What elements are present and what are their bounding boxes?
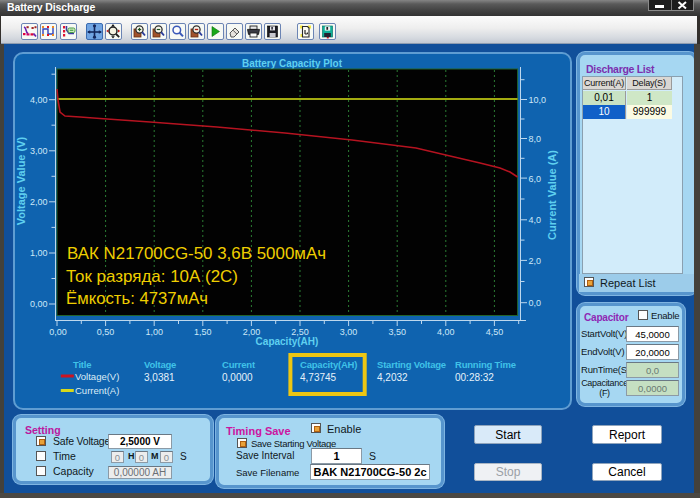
svg-text:4,2032: 4,2032	[377, 372, 408, 383]
svg-text:4,00: 4,00	[437, 327, 455, 337]
svg-text:0,0000: 0,0000	[222, 372, 253, 383]
svg-text:Battery Capacity Plot: Battery Capacity Plot	[242, 57, 342, 69]
svg-text:3,00: 3,00	[340, 327, 358, 337]
svg-text:0,00: 0,00	[49, 327, 67, 337]
svg-text:2,00: 2,00	[30, 197, 48, 207]
svg-text:Capacity(AH): Capacity(AH)	[256, 336, 319, 347]
svg-text:Current(A): Current(A)	[75, 385, 119, 396]
svg-text:Starting Voltage: Starting Voltage	[377, 359, 446, 370]
svg-text:8,0: 8,0	[529, 134, 542, 144]
svg-text:ВАК N21700CG-50 3,6В 5000мАч: ВАК N21700CG-50 3,6В 5000мАч	[67, 244, 326, 263]
svg-text:1,50: 1,50	[194, 327, 212, 337]
svg-text:Running Time: Running Time	[455, 359, 516, 370]
svg-text:4,00: 4,00	[30, 95, 48, 105]
svg-text:4,0: 4,0	[529, 215, 542, 225]
svg-text:6,0: 6,0	[529, 174, 542, 184]
svg-text:Current Value (A): Current Value (A)	[546, 150, 558, 240]
svg-text:0,0: 0,0	[529, 298, 542, 308]
svg-text:Ёмкость: 4737мАч: Ёмкость: 4737мАч	[66, 289, 208, 308]
svg-text:1,00: 1,00	[30, 248, 48, 258]
svg-text:Ток разряда: 10А (2С): Ток разряда: 10А (2С)	[66, 267, 238, 286]
svg-text:4,73745: 4,73745	[300, 372, 337, 383]
svg-text:Voltage Value (V): Voltage Value (V)	[15, 136, 27, 225]
svg-text:3,50: 3,50	[388, 327, 406, 337]
svg-text:0,50: 0,50	[97, 327, 115, 337]
svg-text:1,00: 1,00	[145, 327, 163, 337]
svg-text:Voltage(V): Voltage(V)	[75, 371, 119, 382]
svg-text:00:28:32: 00:28:32	[455, 372, 494, 383]
svg-text:3,00: 3,00	[30, 146, 48, 156]
svg-text:4,50: 4,50	[486, 327, 504, 337]
svg-text:2,0: 2,0	[529, 256, 542, 266]
svg-text:0,00: 0,00	[30, 299, 48, 309]
svg-text:Current: Current	[222, 359, 256, 370]
svg-text:Title: Title	[73, 359, 91, 370]
svg-text:Voltage: Voltage	[144, 359, 176, 370]
svg-text:3,0381: 3,0381	[144, 372, 175, 383]
svg-text:Capacity(AH): Capacity(AH)	[300, 359, 357, 370]
svg-text:10,0: 10,0	[529, 95, 547, 105]
